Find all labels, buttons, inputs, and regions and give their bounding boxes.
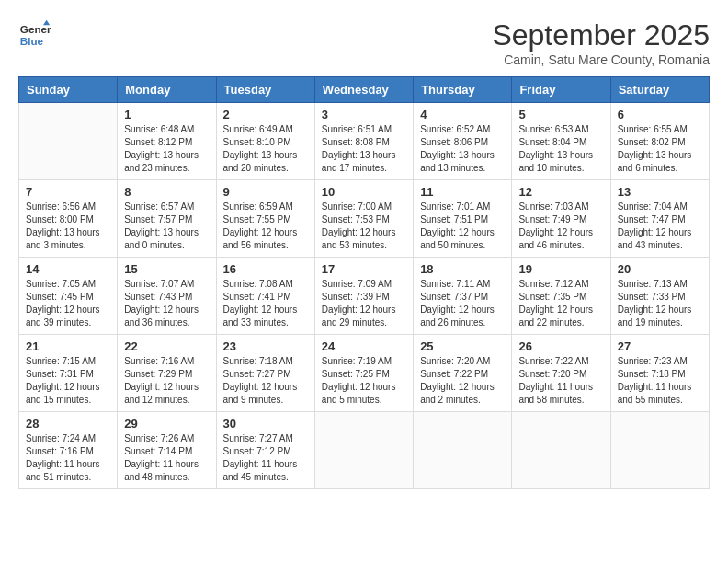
day-number: 18: [420, 262, 505, 276]
calendar-body: 1Sunrise: 6:48 AM Sunset: 8:12 PM Daylig…: [19, 103, 710, 489]
day-info: Sunrise: 7:07 AM Sunset: 7:43 PM Dayligh…: [124, 278, 209, 329]
day-info: Sunrise: 6:48 AM Sunset: 8:12 PM Dayligh…: [124, 123, 209, 175]
day-info: Sunrise: 6:51 AM Sunset: 8:08 PM Dayligh…: [322, 123, 406, 175]
logo-icon: General Blue: [18, 18, 51, 52]
weekday-header-friday: Friday: [512, 77, 610, 103]
day-number: 1: [124, 108, 209, 121]
day-info: Sunrise: 6:57 AM Sunset: 7:57 PM Dayligh…: [124, 201, 209, 252]
day-cell: 29Sunrise: 7:26 AM Sunset: 7:14 PM Dayli…: [118, 412, 216, 489]
week-row-3: 21Sunrise: 7:15 AM Sunset: 7:31 PM Dayli…: [19, 335, 710, 412]
day-info: Sunrise: 7:19 AM Sunset: 7:25 PM Dayligh…: [322, 355, 406, 407]
day-cell: 3Sunrise: 6:51 AM Sunset: 8:08 PM Daylig…: [314, 103, 413, 180]
day-cell: 12Sunrise: 7:03 AM Sunset: 7:49 PM Dayli…: [512, 180, 610, 258]
day-number: 14: [26, 262, 110, 276]
day-number: 22: [124, 339, 209, 353]
calendar: SundayMondayTuesdayWednesdayThursdayFrid…: [18, 76, 710, 489]
day-cell: 7Sunrise: 6:56 AM Sunset: 8:00 PM Daylig…: [19, 180, 118, 258]
weekday-header-tuesday: Tuesday: [216, 77, 314, 103]
day-number: 26: [518, 339, 603, 353]
day-number: 25: [420, 339, 505, 353]
day-number: 6: [618, 108, 702, 121]
day-cell: [19, 103, 118, 180]
svg-text:Blue: Blue: [20, 35, 44, 47]
day-cell: 10Sunrise: 7:00 AM Sunset: 7:53 PM Dayli…: [314, 180, 413, 258]
day-number: 15: [124, 262, 209, 276]
day-cell: 26Sunrise: 7:22 AM Sunset: 7:20 PM Dayli…: [512, 335, 610, 412]
week-row-1: 7Sunrise: 6:56 AM Sunset: 8:00 PM Daylig…: [19, 180, 710, 258]
week-row-0: 1Sunrise: 6:48 AM Sunset: 8:12 PM Daylig…: [19, 103, 710, 180]
day-info: Sunrise: 7:01 AM Sunset: 7:51 PM Dayligh…: [420, 201, 505, 252]
day-info: Sunrise: 7:15 AM Sunset: 7:31 PM Dayligh…: [26, 355, 110, 407]
day-info: Sunrise: 6:59 AM Sunset: 7:55 PM Dayligh…: [223, 201, 308, 252]
day-number: 10: [322, 185, 406, 199]
day-number: 5: [518, 108, 603, 121]
day-cell: [610, 412, 709, 489]
day-number: 4: [420, 108, 505, 121]
weekday-header-thursday: Thursday: [414, 77, 512, 103]
day-info: Sunrise: 6:52 AM Sunset: 8:06 PM Dayligh…: [420, 123, 505, 175]
day-info: Sunrise: 7:23 AM Sunset: 7:18 PM Dayligh…: [618, 355, 702, 407]
day-cell: 9Sunrise: 6:59 AM Sunset: 7:55 PM Daylig…: [216, 180, 314, 258]
day-cell: 6Sunrise: 6:55 AM Sunset: 8:02 PM Daylig…: [610, 103, 709, 180]
day-number: 2: [223, 108, 308, 121]
location: Camin, Satu Mare County, Romania: [492, 52, 710, 67]
day-cell: 8Sunrise: 6:57 AM Sunset: 7:57 PM Daylig…: [118, 180, 216, 258]
day-info: Sunrise: 6:56 AM Sunset: 8:00 PM Dayligh…: [26, 201, 110, 252]
day-cell: 14Sunrise: 7:05 AM Sunset: 7:45 PM Dayli…: [19, 258, 118, 335]
weekday-header-row: SundayMondayTuesdayWednesdayThursdayFrid…: [19, 77, 710, 103]
weekday-header-wednesday: Wednesday: [314, 77, 413, 103]
day-info: Sunrise: 7:20 AM Sunset: 7:22 PM Dayligh…: [420, 355, 505, 407]
day-info: Sunrise: 7:03 AM Sunset: 7:49 PM Dayligh…: [518, 201, 603, 252]
day-cell: 20Sunrise: 7:13 AM Sunset: 7:33 PM Dayli…: [610, 258, 709, 335]
day-info: Sunrise: 7:16 AM Sunset: 7:29 PM Dayligh…: [124, 355, 209, 407]
calendar-header: SundayMondayTuesdayWednesdayThursdayFrid…: [19, 77, 710, 103]
day-cell: 25Sunrise: 7:20 AM Sunset: 7:22 PM Dayli…: [414, 335, 512, 412]
day-number: 27: [618, 339, 702, 353]
day-info: Sunrise: 7:13 AM Sunset: 7:33 PM Dayligh…: [618, 278, 702, 329]
day-info: Sunrise: 7:09 AM Sunset: 7:39 PM Dayligh…: [322, 278, 406, 329]
title-area: September 2025 Camin, Satu Mare County, …: [492, 18, 710, 67]
day-info: Sunrise: 7:24 AM Sunset: 7:16 PM Dayligh…: [26, 432, 110, 484]
day-cell: 19Sunrise: 7:12 AM Sunset: 7:35 PM Dayli…: [512, 258, 610, 335]
day-info: Sunrise: 7:18 AM Sunset: 7:27 PM Dayligh…: [223, 355, 308, 407]
day-cell: 2Sunrise: 6:49 AM Sunset: 8:10 PM Daylig…: [216, 103, 314, 180]
day-number: 21: [26, 339, 110, 353]
day-cell: 24Sunrise: 7:19 AM Sunset: 7:25 PM Dayli…: [314, 335, 413, 412]
day-cell: [314, 412, 413, 489]
day-info: Sunrise: 7:12 AM Sunset: 7:35 PM Dayligh…: [518, 278, 603, 329]
day-info: Sunrise: 6:49 AM Sunset: 8:10 PM Dayligh…: [223, 123, 308, 175]
day-cell: 11Sunrise: 7:01 AM Sunset: 7:51 PM Dayli…: [414, 180, 512, 258]
day-number: 3: [322, 108, 406, 121]
day-info: Sunrise: 7:27 AM Sunset: 7:12 PM Dayligh…: [223, 432, 308, 484]
day-number: 29: [124, 417, 209, 431]
day-cell: 16Sunrise: 7:08 AM Sunset: 7:41 PM Dayli…: [216, 258, 314, 335]
day-info: Sunrise: 6:53 AM Sunset: 8:04 PM Dayligh…: [518, 123, 603, 175]
day-info: Sunrise: 7:05 AM Sunset: 7:45 PM Dayligh…: [26, 278, 110, 329]
day-number: 20: [618, 262, 702, 276]
weekday-header-saturday: Saturday: [610, 77, 709, 103]
day-cell: 23Sunrise: 7:18 AM Sunset: 7:27 PM Dayli…: [216, 335, 314, 412]
day-number: 9: [223, 185, 308, 199]
day-number: 28: [26, 417, 110, 431]
day-info: Sunrise: 7:00 AM Sunset: 7:53 PM Dayligh…: [322, 201, 406, 252]
day-number: 23: [223, 339, 308, 353]
day-cell: 22Sunrise: 7:16 AM Sunset: 7:29 PM Dayli…: [118, 335, 216, 412]
day-cell: 5Sunrise: 6:53 AM Sunset: 8:04 PM Daylig…: [512, 103, 610, 180]
day-cell: 13Sunrise: 7:04 AM Sunset: 7:47 PM Dayli…: [610, 180, 709, 258]
week-row-2: 14Sunrise: 7:05 AM Sunset: 7:45 PM Dayli…: [19, 258, 710, 335]
day-cell: [414, 412, 512, 489]
day-cell: 21Sunrise: 7:15 AM Sunset: 7:31 PM Dayli…: [19, 335, 118, 412]
day-number: 13: [618, 185, 702, 199]
day-number: 8: [124, 185, 209, 199]
logo: General Blue: [18, 18, 51, 52]
day-cell: [512, 412, 610, 489]
day-number: 24: [322, 339, 406, 353]
weekday-header-sunday: Sunday: [19, 77, 118, 103]
month-title: September 2025: [492, 18, 710, 52]
day-info: Sunrise: 6:55 AM Sunset: 8:02 PM Dayligh…: [618, 123, 702, 175]
day-cell: 17Sunrise: 7:09 AM Sunset: 7:39 PM Dayli…: [314, 258, 413, 335]
day-info: Sunrise: 7:04 AM Sunset: 7:47 PM Dayligh…: [618, 201, 702, 252]
day-number: 7: [26, 185, 110, 199]
day-number: 16: [223, 262, 308, 276]
day-number: 17: [322, 262, 406, 276]
